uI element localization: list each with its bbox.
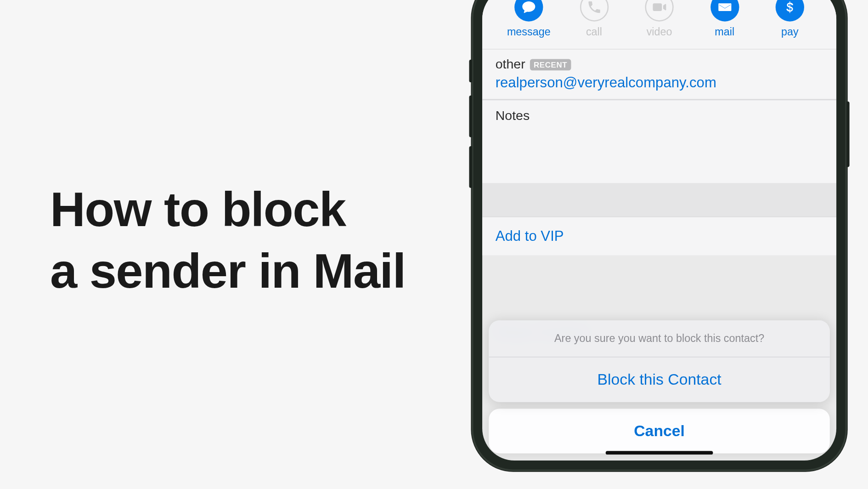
mail-label: mail xyxy=(715,26,734,38)
phone-frame: message call video xyxy=(472,0,847,471)
message-label: message xyxy=(507,26,551,38)
mail-icon xyxy=(710,0,739,22)
volume-up-button xyxy=(469,96,472,137)
email-section[interactable]: other RECENT realperson@veryrealcompany.… xyxy=(482,50,836,100)
message-action[interactable]: message xyxy=(500,0,558,38)
contact-actions-row: message call video xyxy=(482,0,836,50)
home-indicator[interactable] xyxy=(606,451,713,455)
title-line-1: How to block xyxy=(50,179,406,240)
video-action: video xyxy=(631,0,688,38)
notes-label: Notes xyxy=(496,108,530,123)
email-field-label: other xyxy=(496,57,525,72)
title-line-2: a sender in Mail xyxy=(50,240,406,301)
volume-down-button xyxy=(469,146,472,188)
cancel-button[interactable]: Cancel xyxy=(489,409,829,453)
call-label: call xyxy=(586,26,602,38)
video-label: video xyxy=(647,26,672,38)
power-button xyxy=(846,102,849,167)
block-contact-sheet: Are you sure you want to block this cont… xyxy=(489,320,829,402)
page-title: How to block a sender in Mail xyxy=(50,179,406,301)
vip-section: Add to VIP xyxy=(482,216,836,255)
dollar-icon xyxy=(776,0,804,22)
notes-section[interactable]: Notes xyxy=(482,100,836,183)
video-icon xyxy=(645,0,673,22)
call-action: call xyxy=(565,0,623,38)
phone-screen: message call video xyxy=(482,0,836,461)
action-sheet-container: Share Contact Are you sure you want to b… xyxy=(482,324,836,461)
add-to-vip-link[interactable]: Add to VIP xyxy=(482,217,836,255)
section-gap xyxy=(482,183,836,216)
mute-switch xyxy=(469,60,472,82)
message-icon xyxy=(514,0,543,22)
block-contact-button[interactable]: Block this Contact xyxy=(489,358,829,402)
email-value: realperson@veryrealcompany.com xyxy=(496,74,823,91)
recent-badge: RECENT xyxy=(530,59,571,70)
phone-icon xyxy=(580,0,608,22)
pay-action[interactable]: pay xyxy=(761,0,819,38)
mail-action[interactable]: mail xyxy=(696,0,753,38)
sheet-prompt: Are you sure you want to block this cont… xyxy=(489,320,829,357)
pay-label: pay xyxy=(781,26,799,38)
